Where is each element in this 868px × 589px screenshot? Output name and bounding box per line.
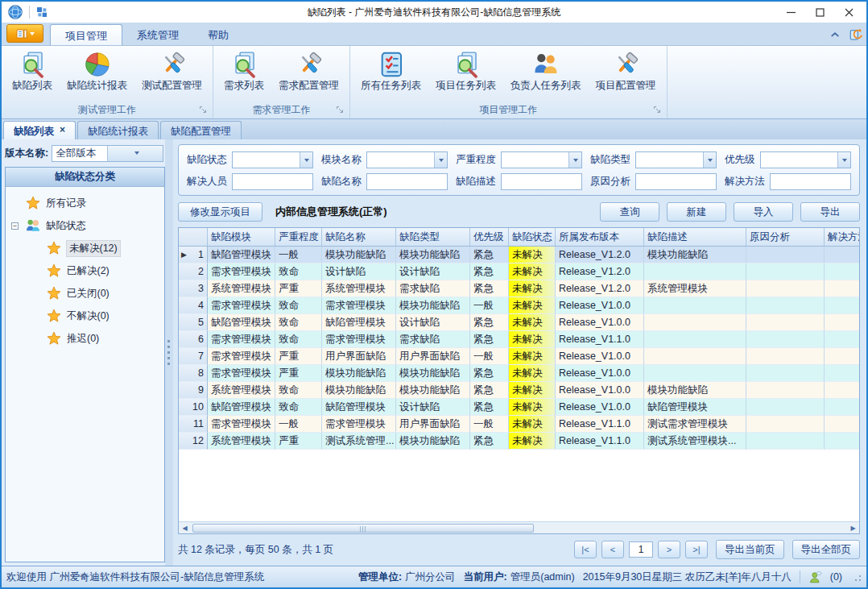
ribbon-collapse-icon[interactable] (828, 27, 842, 42)
tree-item-0[interactable]: 所有记录 (6, 192, 164, 214)
column-header-0[interactable]: 缺陷模块 (208, 228, 275, 246)
ribbon-button-2-1[interactable]: 项目任务列表 (428, 48, 503, 94)
next-page-button[interactable]: > (658, 541, 680, 558)
table-row[interactable]: 6需求管理模块致命需求管理模块需求缺陷紧急未解决Release_V1.1.0 (179, 331, 859, 348)
column-header-4[interactable]: 优先级 (470, 228, 509, 246)
column-header-6[interactable]: 所属发布版本 (556, 228, 644, 246)
record-summary: 共 12 条记录，每页 50 条，共 1 页 (178, 543, 333, 557)
column-header-2[interactable]: 缺陷名称 (322, 228, 396, 246)
filter-input[interactable] (501, 173, 582, 190)
last-page-button[interactable]: >| (685, 541, 708, 558)
query-button[interactable]: 查询 (600, 202, 659, 222)
tree-item-4[interactable]: 已关闭(0) (6, 282, 164, 305)
table-row[interactable]: 3系统管理模块严重系统管理模块需求缺陷紧急未解决Release_V1.2.0系统… (179, 280, 859, 297)
app-icon[interactable] (7, 4, 23, 20)
import-button[interactable]: 导入 (734, 202, 793, 222)
column-header-7[interactable]: 缺陷描述 (644, 228, 746, 246)
scroll-left-icon[interactable]: ◀ (179, 525, 191, 532)
new-button[interactable]: 新建 (667, 202, 726, 222)
ribbon-button-2-2[interactable]: 负责人任务列表 (503, 48, 589, 94)
export-current-page-button[interactable]: 导出当前页 (716, 540, 784, 559)
scrollbar-thumb[interactable] (192, 524, 534, 533)
filter-select[interactable] (501, 151, 582, 168)
table-row[interactable]: 2需求管理模块致命设计缺陷设计缺陷紧急未解决Release_V1.2.0 (179, 263, 859, 280)
table-row[interactable]: 8需求管理模块严重模块功能缺陷模块功能缺陷紧急未解决Release_V1.0.0 (179, 365, 859, 382)
tree-item-6[interactable]: 推迟(0) (6, 327, 164, 350)
dialog-launcher-icon[interactable] (199, 106, 208, 114)
filter-select[interactable] (635, 151, 717, 168)
filter-select[interactable] (232, 151, 313, 168)
ribbon-tab-1[interactable]: 系统管理 (122, 24, 193, 45)
prev-page-button[interactable]: < (601, 541, 624, 558)
ribbon-button-0-1[interactable]: 缺陷统计报表 (60, 48, 134, 94)
ribbon-tab-2[interactable]: 帮助 (193, 24, 243, 45)
table-row[interactable]: 12系统管理模块严重测试系统管理...模块功能缺陷紧急未解决Release_V1… (179, 433, 859, 450)
version-select[interactable]: 全部版本 (52, 145, 163, 162)
tree-item-1[interactable]: −缺陷状态 (6, 214, 164, 237)
horizontal-scrollbar[interactable]: ◀ ▶ (179, 521, 859, 533)
filter-select[interactable] (366, 151, 448, 168)
ribbon-button-0-2[interactable]: 测试配置管理 (134, 48, 209, 94)
filter-input[interactable] (232, 173, 313, 190)
cell-缺陷类型: 用户界面缺陷 (396, 416, 470, 433)
cell-所属发布版本: Release_V1.0.0 (556, 399, 644, 416)
splitter[interactable] (165, 139, 173, 566)
tree-item-5[interactable]: 不解决(0) (6, 305, 164, 327)
dialog-launcher-icon[interactable] (336, 106, 345, 114)
document-tab-1[interactable]: 缺陷统计报表 (77, 121, 159, 139)
tab-close-icon[interactable]: × (60, 125, 65, 135)
column-header-3[interactable]: 缺陷类型 (396, 228, 470, 246)
column-header-8[interactable]: 原因分析 (746, 228, 825, 246)
content-area: 缺陷状态模块名称严重程度缺陷类型优先级 解决人员缺陷名称缺陷描述原因分析解决方法… (173, 139, 866, 566)
scroll-right-icon[interactable]: ▶ (847, 525, 859, 532)
cell-严重程度: 致命 (275, 331, 322, 348)
tree-item-2[interactable]: 未解决(12) (6, 237, 164, 259)
page-number-input[interactable] (629, 541, 653, 558)
table-row[interactable]: 10缺陷管理模块致命缺陷管理模块设计缺陷紧急未解决Release_V1.0.0缺… (179, 399, 859, 416)
ribbon-button-1-1[interactable]: 需求配置管理 (271, 48, 346, 94)
dialog-launcher-icon[interactable] (653, 106, 662, 114)
maximize-button[interactable] (805, 3, 834, 21)
table-row[interactable]: ▶1缺陷管理模块一般模块功能缺陷模块功能缺陷紧急未解决Release_V1.2.… (179, 247, 859, 263)
online-user-icon[interactable] (808, 570, 822, 584)
table-row[interactable]: 7需求管理模块严重用户界面缺陷用户界面缺陷一般未解决Release_V1.0.0 (179, 348, 859, 365)
filter-label: 模块名称 (321, 153, 362, 167)
ribbon-button-2-0[interactable]: 所有任务列表 (353, 48, 428, 94)
filter-input[interactable] (366, 173, 448, 190)
ribbon-button-1-0[interactable]: 需求列表 (217, 48, 271, 94)
table-row[interactable]: 9系统管理模块致命模块功能缺陷模块功能缺陷紧急未解决Release_V1.0.0… (179, 382, 859, 399)
document-tab-2[interactable]: 缺陷配置管理 (160, 121, 242, 139)
table-row[interactable]: 4需求管理模块致命需求管理模块模块功能缺陷一般未解决Release_V1.0.0 (179, 297, 859, 314)
first-page-button[interactable]: |< (574, 541, 597, 558)
quick-access-icon[interactable] (35, 6, 48, 19)
tree-item-3[interactable]: 已解决(2) (6, 259, 164, 282)
dropdown-arrow-icon[interactable] (434, 152, 447, 168)
column-header-1[interactable]: 严重程度 (275, 228, 322, 246)
ribbon-button-2-3[interactable]: 项目配置管理 (589, 48, 663, 94)
app-menu-button[interactable] (6, 24, 43, 43)
export-all-pages-button[interactable]: 导出全部页 (792, 540, 861, 559)
document-tab-0[interactable]: 缺陷列表× (3, 121, 76, 139)
ribbon-tab-0[interactable]: 项目管理 (50, 24, 122, 45)
minimize-button[interactable] (776, 3, 805, 21)
filter-input[interactable] (770, 173, 851, 190)
modify-columns-button[interactable]: 修改显示项目 (178, 202, 262, 222)
dropdown-arrow-icon[interactable] (837, 152, 850, 168)
resize-grip[interactable] (852, 572, 862, 582)
dropdown-arrow-icon[interactable] (300, 152, 312, 168)
help-icon[interactable] (849, 27, 863, 42)
column-header-5[interactable]: 缺陷状态 (509, 228, 556, 246)
table-row[interactable]: 5缺陷管理模块致命缺陷管理模块设计缺陷紧急未解决Release_V1.0.0 (179, 314, 859, 331)
table-row[interactable]: 11需求管理模块一般需求管理模块用户界面缺陷一般未解决Release_V1.1.… (179, 416, 859, 433)
ribbon-button-0-0[interactable]: 缺陷列表 (5, 48, 60, 94)
scrollbar-track[interactable] (191, 523, 847, 533)
dropdown-arrow-icon[interactable] (107, 146, 163, 161)
column-header-9[interactable]: 解决方法 (825, 228, 860, 246)
close-button[interactable] (834, 3, 863, 21)
filter-select[interactable] (760, 151, 852, 168)
dropdown-arrow-icon[interactable] (568, 152, 581, 168)
expand-box-icon[interactable]: − (11, 222, 19, 230)
dropdown-arrow-icon[interactable] (703, 152, 716, 168)
export-button[interactable]: 导出 (800, 202, 860, 222)
filter-input[interactable] (635, 173, 717, 190)
